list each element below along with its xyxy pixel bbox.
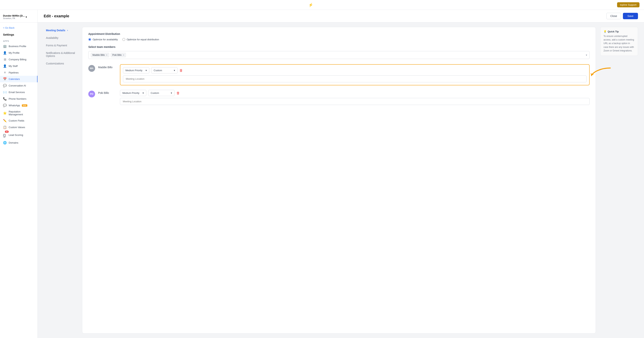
highlight-box-maddie: Medium Priority ▾ Custom ▾ 🗑 xyxy=(120,64,590,85)
go-back-link[interactable]: < Go Back xyxy=(0,25,38,31)
type-select-poki[interactable]: Custom ▾ xyxy=(148,90,174,96)
quick-tip-box: 💡 Quick Tip To ensure uninterrupted acce… xyxy=(600,27,638,56)
sidebar-item-label: My Staff xyxy=(9,65,18,68)
page-title: Edit - example xyxy=(44,14,69,18)
save-button[interactable]: Save xyxy=(623,13,638,19)
location-input-poki[interactable] xyxy=(120,98,590,105)
pipelines-icon: ≡ xyxy=(3,71,7,74)
star-icon: ⭐ xyxy=(3,111,7,115)
nav-item-label: Customizations xyxy=(46,62,64,65)
type-chevron-icon: ▾ xyxy=(174,69,175,72)
member-row-maddie: MA Maddie Billo Medium Priority ▾ Custom xyxy=(88,64,590,85)
member-selects-maddie: Medium Priority ▾ Custom ▾ 🗑 xyxy=(123,67,586,74)
delete-icon-maddie[interactable]: 🗑 xyxy=(180,69,183,73)
radio-availability-label: Optimize for availability xyxy=(93,38,118,41)
header-actions: Close Save xyxy=(606,13,638,19)
member-row-poki: PO Poki Billo Medium Priority ▾ Custom ▾ xyxy=(88,90,590,105)
page-header: Edit - example Close Save xyxy=(38,10,644,23)
nav-item-forms-payment[interactable]: Forms & Payment xyxy=(44,42,78,49)
sidebar-item-label: Company Billing xyxy=(9,58,26,61)
sidebar-item-domains[interactable]: 🌐 Domains xyxy=(0,139,38,146)
priority-select-maddie[interactable]: Medium Priority ▾ xyxy=(123,67,149,74)
team-tag-poki: Poki Billo × xyxy=(111,53,126,57)
radio-optimize-availability[interactable]: Optimize for availability xyxy=(88,38,118,41)
arrow-annotation xyxy=(590,66,612,78)
sidebar-item-label: Domains xyxy=(9,141,18,144)
sidebar-item-label: Email Services xyxy=(9,91,25,94)
quick-tip-label: Quick Tip xyxy=(608,30,619,33)
email-icon: ✉️ xyxy=(3,90,7,94)
notif-badge: 52 xyxy=(5,131,9,133)
org-sub: Scranton, PA xyxy=(3,17,25,20)
select-chevron-icon: ▾ xyxy=(586,54,587,57)
avatar-maddie: MA xyxy=(88,65,95,72)
nav-item-availability[interactable]: Availability xyxy=(44,35,78,41)
type-value-maddie: Custom xyxy=(154,69,162,72)
sidebar-item-label: Custom Values xyxy=(9,126,25,129)
radio-availability-input[interactable] xyxy=(88,38,91,41)
sidebar-item-reputation-management[interactable]: ⭐ Reputation Management xyxy=(0,109,38,117)
content-area: Meeting Details › Availability Forms & P… xyxy=(38,23,644,338)
tag-remove-poki[interactable]: × xyxy=(123,54,124,57)
sidebar-item-phone-numbers[interactable]: 📞 Phone Numbers xyxy=(0,96,38,102)
radio-equal-input[interactable] xyxy=(122,38,125,41)
sidebar-item-label: My Profile xyxy=(9,52,20,54)
sidebar-item-custom-fields[interactable]: ✏️ Custom Fields xyxy=(0,117,38,124)
chat-icon: 💬 xyxy=(3,84,7,87)
sidebar-item-label: Lead Scoring xyxy=(9,134,23,136)
sidebar-item-business-profile[interactable]: 🏢 Business Profile xyxy=(0,43,38,50)
org-dropdown[interactable]: Dunder Mifflin [D... Scranton, PA ▾ xyxy=(3,14,34,20)
chevron-down-icon: ▾ xyxy=(26,16,27,19)
nav-item-meeting-details[interactable]: Meeting Details › xyxy=(44,27,78,34)
nav-item-label: Forms & Payment xyxy=(46,44,67,47)
sidebar-item-whatsapp[interactable]: 💬 WhatsApp beta xyxy=(0,102,38,109)
avatar-poki: PO xyxy=(88,91,95,97)
topbar-center: ⚡ xyxy=(308,3,313,7)
chart-icon: g 52 xyxy=(3,132,7,138)
close-button[interactable]: Close xyxy=(606,13,621,19)
radio-optimize-equal[interactable]: Optimize for equal distribution xyxy=(122,38,159,41)
type-value-poki: Custom xyxy=(151,92,159,94)
sidebar-item-label: Pipelines xyxy=(9,71,19,74)
topbar-right: topline Support xyxy=(617,2,640,7)
left-nav: Meeting Details › Availability Forms & P… xyxy=(44,27,78,333)
sidebar-item-company-billing[interactable]: ⊞ Company Billing xyxy=(0,56,38,63)
delete-icon-poki[interactable]: 🗑 xyxy=(176,91,180,95)
quick-tip-header: 💡 Quick Tip xyxy=(604,30,635,33)
staff-icon: 👤 xyxy=(3,64,7,68)
sidebar-item-pipelines[interactable]: ≡ Pipelines xyxy=(0,69,38,76)
priority-select-poki[interactable]: Medium Priority ▾ xyxy=(120,90,146,96)
sidebar-item-conversation-ai[interactable]: 💬 Conversation AI xyxy=(0,82,38,89)
sidebar-item-my-profile[interactable]: 👤 My Profile xyxy=(0,50,38,56)
globe-icon: 🌐 xyxy=(3,141,7,145)
sidebar-item-lead-scoring[interactable]: g 52 Lead Scoring xyxy=(0,131,38,139)
sidebar-item-calendars[interactable]: 📅 Calendars xyxy=(0,76,38,82)
nav-item-customizations[interactable]: Customizations xyxy=(44,60,78,67)
sidebar-item-email-services[interactable]: ✉️ Email Services xyxy=(0,89,38,96)
sidebar-item-custom-values[interactable]: 📋 Custom Values xyxy=(0,124,38,131)
grid-icon: ⊞ xyxy=(3,58,7,61)
nav-item-label: Availability xyxy=(46,36,58,39)
type-select-maddie[interactable]: Custom ▾ xyxy=(151,67,178,74)
building-icon: 🏢 xyxy=(3,45,7,48)
priority-chevron-icon: ▾ xyxy=(146,69,147,72)
sidebar-item-label: Custom Fields xyxy=(9,119,24,122)
chevron-right-icon: › xyxy=(67,29,68,32)
support-button[interactable]: topline Support xyxy=(617,2,640,7)
location-input-maddie[interactable] xyxy=(123,75,586,82)
quick-tip-text: To ensure uninterrupted access, add a cu… xyxy=(604,35,635,53)
sidebar-item-my-staff[interactable]: 👤 My Staff xyxy=(0,63,38,69)
tag-remove-maddie[interactable]: × xyxy=(106,54,107,57)
person-icon: 👤 xyxy=(3,51,7,55)
nav-item-notifications[interactable]: Notifications & Additional Options xyxy=(44,50,78,59)
tag-label: Poki Billo xyxy=(112,54,122,56)
sidebar: Dunder Mifflin [D... Scranton, PA ▾ < Go… xyxy=(0,10,38,338)
member-controls-poki: Medium Priority ▾ Custom ▾ 🗑 xyxy=(120,90,590,105)
lightning-icon: ⚡ xyxy=(308,3,313,7)
settings-heading: Settings xyxy=(0,32,38,39)
type-chevron-icon: ▾ xyxy=(171,92,172,94)
team-select-wrapper[interactable]: Maddie Billo × Poki Billo × ▾ xyxy=(88,51,590,59)
sidebar-org: Dunder Mifflin [D... Scranton, PA ▾ xyxy=(0,13,38,23)
topbar: ⚡ topline Support xyxy=(0,0,644,10)
beta-badge: beta xyxy=(22,104,27,107)
